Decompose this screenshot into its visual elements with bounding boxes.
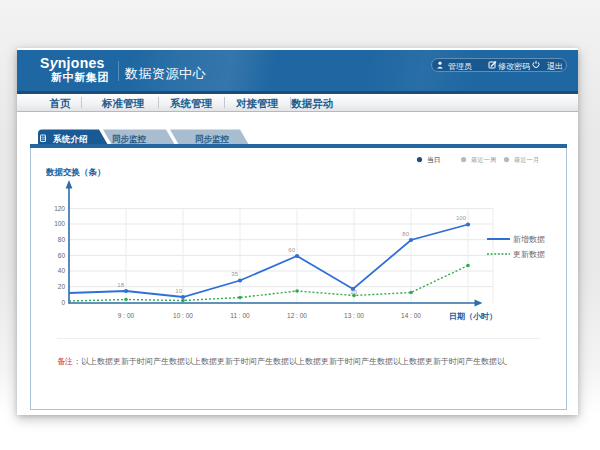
svg-text:10: 10: [350, 289, 357, 295]
svg-text:20: 20: [58, 283, 66, 290]
svg-text:最近一周: 最近一周: [471, 156, 496, 163]
svg-text:60: 60: [288, 247, 295, 253]
svg-text:14 : 00: 14 : 00: [401, 312, 421, 319]
svg-text:当日: 当日: [427, 156, 441, 164]
svg-text:日期（小时）: 日期（小时）: [449, 312, 497, 321]
svg-text:11 : 00: 11 : 00: [230, 312, 250, 319]
svg-text:100: 100: [456, 215, 467, 221]
svg-text:12 : 00: 12 : 00: [287, 312, 307, 319]
svg-text:9 : 00: 9 : 00: [118, 312, 135, 319]
svg-text:10: 10: [175, 288, 182, 294]
svg-text:100: 100: [54, 220, 65, 227]
svg-text:0: 0: [61, 299, 65, 306]
svg-text:新增数据: 新增数据: [513, 235, 545, 244]
svg-text:10 : 00: 10 : 00: [173, 312, 193, 319]
svg-text:同步监控: 同步监控: [112, 134, 147, 144]
svg-text:同步监控: 同步监控: [195, 134, 230, 144]
svg-text:更新数据: 更新数据: [513, 250, 545, 259]
svg-text:系统介绍: 系统介绍: [52, 134, 88, 144]
svg-text:80: 80: [402, 231, 409, 237]
svg-text:18: 18: [117, 282, 124, 288]
svg-text:120: 120: [54, 205, 65, 212]
svg-text:60: 60: [58, 252, 66, 259]
svg-text:13 : 00: 13 : 00: [344, 312, 364, 319]
svg-text:35: 35: [231, 271, 238, 277]
svg-text:40: 40: [58, 267, 66, 274]
svg-text:80: 80: [58, 236, 66, 243]
svg-text:最近一月: 最近一月: [514, 156, 539, 164]
